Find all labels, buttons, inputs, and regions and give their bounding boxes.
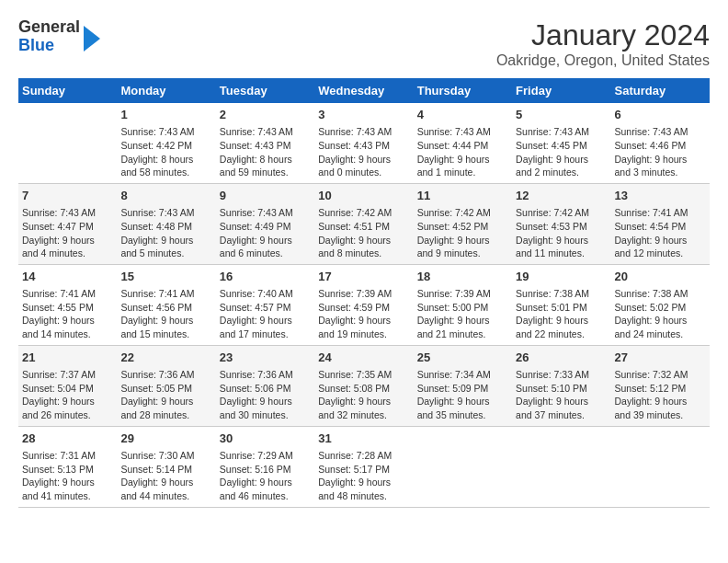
calendar-week-row: 1Sunrise: 7:43 AMSunset: 4:42 PMDaylight… bbox=[18, 103, 710, 183]
weekday-header: Saturday bbox=[611, 78, 710, 103]
weekday-header: Sunday bbox=[18, 78, 117, 103]
day-info: Sunrise: 7:43 AMSunset: 4:45 PMDaylight:… bbox=[516, 125, 607, 179]
title-block: January 2024 Oakridge, Oregon, United St… bbox=[496, 18, 710, 69]
day-number: 14 bbox=[22, 269, 113, 285]
day-number: 1 bbox=[120, 107, 211, 123]
day-number: 6 bbox=[615, 107, 706, 123]
day-number: 28 bbox=[22, 431, 113, 447]
day-info: Sunrise: 7:42 AMSunset: 4:53 PMDaylight:… bbox=[516, 206, 607, 260]
day-number: 2 bbox=[220, 107, 311, 123]
day-number: 3 bbox=[318, 107, 409, 123]
calendar-cell: 31Sunrise: 7:28 AMSunset: 5:17 PMDayligh… bbox=[314, 426, 413, 507]
calendar-cell: 20Sunrise: 7:38 AMSunset: 5:02 PMDayligh… bbox=[611, 264, 710, 345]
weekday-header: Wednesday bbox=[314, 78, 413, 103]
day-info: Sunrise: 7:43 AMSunset: 4:48 PMDaylight:… bbox=[120, 206, 211, 260]
calendar-cell: 8Sunrise: 7:43 AMSunset: 4:48 PMDaylight… bbox=[117, 183, 215, 264]
logo-blue: Blue bbox=[18, 37, 80, 55]
calendar-cell: 24Sunrise: 7:35 AMSunset: 5:08 PMDayligh… bbox=[314, 345, 413, 426]
day-number: 9 bbox=[220, 188, 311, 204]
day-info: Sunrise: 7:42 AMSunset: 4:51 PMDaylight:… bbox=[318, 206, 409, 260]
weekday-header: Monday bbox=[117, 78, 215, 103]
day-info: Sunrise: 7:41 AMSunset: 4:54 PMDaylight:… bbox=[615, 206, 706, 260]
day-info: Sunrise: 7:43 AMSunset: 4:43 PMDaylight:… bbox=[220, 125, 311, 179]
day-number: 12 bbox=[516, 188, 607, 204]
calendar-cell: 22Sunrise: 7:36 AMSunset: 5:05 PMDayligh… bbox=[117, 345, 215, 426]
page-header: General Blue January 2024 Oakridge, Oreg… bbox=[18, 18, 710, 69]
day-info: Sunrise: 7:33 AMSunset: 5:10 PMDaylight:… bbox=[516, 368, 607, 422]
day-info: Sunrise: 7:43 AMSunset: 4:43 PMDaylight:… bbox=[318, 125, 409, 179]
day-number: 13 bbox=[615, 188, 706, 204]
calendar-header-row: SundayMondayTuesdayWednesdayThursdayFrid… bbox=[18, 78, 710, 103]
calendar-cell: 25Sunrise: 7:34 AMSunset: 5:09 PMDayligh… bbox=[414, 345, 512, 426]
day-number: 18 bbox=[417, 269, 508, 285]
day-info: Sunrise: 7:43 AMSunset: 4:49 PMDaylight:… bbox=[220, 206, 311, 260]
day-info: Sunrise: 7:42 AMSunset: 4:52 PMDaylight:… bbox=[417, 206, 508, 260]
calendar-cell: 3Sunrise: 7:43 AMSunset: 4:43 PMDaylight… bbox=[314, 103, 413, 183]
calendar-cell: 23Sunrise: 7:36 AMSunset: 5:06 PMDayligh… bbox=[216, 345, 314, 426]
calendar-cell: 11Sunrise: 7:42 AMSunset: 4:52 PMDayligh… bbox=[414, 183, 512, 264]
day-info: Sunrise: 7:35 AMSunset: 5:08 PMDaylight:… bbox=[318, 368, 409, 422]
day-info: Sunrise: 7:36 AMSunset: 5:05 PMDaylight:… bbox=[120, 368, 211, 422]
calendar-title: January 2024 bbox=[496, 18, 710, 52]
day-number: 10 bbox=[318, 188, 409, 204]
calendar-cell bbox=[414, 426, 512, 507]
calendar-cell: 17Sunrise: 7:39 AMSunset: 4:59 PMDayligh… bbox=[314, 264, 413, 345]
calendar-week-row: 28Sunrise: 7:31 AMSunset: 5:13 PMDayligh… bbox=[18, 426, 710, 507]
calendar-table: SundayMondayTuesdayWednesdayThursdayFrid… bbox=[18, 78, 710, 508]
day-info: Sunrise: 7:29 AMSunset: 5:16 PMDaylight:… bbox=[220, 449, 311, 503]
day-number: 21 bbox=[22, 350, 113, 366]
calendar-cell: 26Sunrise: 7:33 AMSunset: 5:10 PMDayligh… bbox=[512, 345, 610, 426]
calendar-cell: 29Sunrise: 7:30 AMSunset: 5:14 PMDayligh… bbox=[117, 426, 215, 507]
day-number: 26 bbox=[516, 350, 607, 366]
calendar-cell bbox=[18, 103, 117, 183]
day-info: Sunrise: 7:34 AMSunset: 5:09 PMDaylight:… bbox=[417, 368, 508, 422]
calendar-cell: 2Sunrise: 7:43 AMSunset: 4:43 PMDaylight… bbox=[216, 103, 314, 183]
day-number: 16 bbox=[220, 269, 311, 285]
day-info: Sunrise: 7:37 AMSunset: 5:04 PMDaylight:… bbox=[22, 368, 113, 422]
calendar-cell bbox=[512, 426, 610, 507]
day-number: 5 bbox=[516, 107, 607, 123]
day-number: 19 bbox=[516, 269, 607, 285]
calendar-cell: 16Sunrise: 7:40 AMSunset: 4:57 PMDayligh… bbox=[216, 264, 314, 345]
calendar-cell: 6Sunrise: 7:43 AMSunset: 4:46 PMDaylight… bbox=[611, 103, 710, 183]
logo-general: General bbox=[18, 18, 80, 37]
day-number: 8 bbox=[120, 188, 211, 204]
calendar-week-row: 14Sunrise: 7:41 AMSunset: 4:55 PMDayligh… bbox=[18, 264, 710, 345]
day-info: Sunrise: 7:43 AMSunset: 4:46 PMDaylight:… bbox=[615, 125, 706, 179]
day-info: Sunrise: 7:41 AMSunset: 4:55 PMDaylight:… bbox=[22, 287, 113, 341]
calendar-cell: 7Sunrise: 7:43 AMSunset: 4:47 PMDaylight… bbox=[18, 183, 117, 264]
calendar-cell: 27Sunrise: 7:32 AMSunset: 5:12 PMDayligh… bbox=[611, 345, 710, 426]
day-number: 23 bbox=[220, 350, 311, 366]
day-info: Sunrise: 7:43 AMSunset: 4:44 PMDaylight:… bbox=[417, 125, 508, 179]
day-number: 17 bbox=[318, 269, 409, 285]
day-number: 24 bbox=[318, 350, 409, 366]
calendar-cell: 18Sunrise: 7:39 AMSunset: 5:00 PMDayligh… bbox=[414, 264, 512, 345]
day-info: Sunrise: 7:39 AMSunset: 5:00 PMDaylight:… bbox=[417, 287, 508, 341]
calendar-cell: 13Sunrise: 7:41 AMSunset: 4:54 PMDayligh… bbox=[611, 183, 710, 264]
calendar-cell: 30Sunrise: 7:29 AMSunset: 5:16 PMDayligh… bbox=[216, 426, 314, 507]
logo: General Blue bbox=[18, 18, 100, 55]
calendar-cell: 15Sunrise: 7:41 AMSunset: 4:56 PMDayligh… bbox=[117, 264, 215, 345]
day-number: 15 bbox=[120, 269, 211, 285]
calendar-cell: 1Sunrise: 7:43 AMSunset: 4:42 PMDaylight… bbox=[117, 103, 215, 183]
calendar-cell: 14Sunrise: 7:41 AMSunset: 4:55 PMDayligh… bbox=[18, 264, 117, 345]
day-number: 20 bbox=[615, 269, 706, 285]
day-number: 30 bbox=[220, 431, 311, 447]
day-info: Sunrise: 7:30 AMSunset: 5:14 PMDaylight:… bbox=[120, 449, 211, 503]
calendar-subtitle: Oakridge, Oregon, United States bbox=[496, 52, 710, 69]
day-info: Sunrise: 7:43 AMSunset: 4:47 PMDaylight:… bbox=[22, 206, 113, 260]
weekday-header: Tuesday bbox=[216, 78, 314, 103]
calendar-cell: 12Sunrise: 7:42 AMSunset: 4:53 PMDayligh… bbox=[512, 183, 610, 264]
calendar-cell: 10Sunrise: 7:42 AMSunset: 4:51 PMDayligh… bbox=[314, 183, 413, 264]
day-number: 22 bbox=[120, 350, 211, 366]
calendar-cell: 19Sunrise: 7:38 AMSunset: 5:01 PMDayligh… bbox=[512, 264, 610, 345]
day-info: Sunrise: 7:38 AMSunset: 5:01 PMDaylight:… bbox=[516, 287, 607, 341]
day-info: Sunrise: 7:32 AMSunset: 5:12 PMDaylight:… bbox=[615, 368, 706, 422]
weekday-header: Friday bbox=[512, 78, 610, 103]
calendar-cell: 28Sunrise: 7:31 AMSunset: 5:13 PMDayligh… bbox=[18, 426, 117, 507]
calendar-cell: 5Sunrise: 7:43 AMSunset: 4:45 PMDaylight… bbox=[512, 103, 610, 183]
day-info: Sunrise: 7:38 AMSunset: 5:02 PMDaylight:… bbox=[615, 287, 706, 341]
day-info: Sunrise: 7:41 AMSunset: 4:56 PMDaylight:… bbox=[120, 287, 211, 341]
day-number: 7 bbox=[22, 188, 113, 204]
day-info: Sunrise: 7:31 AMSunset: 5:13 PMDaylight:… bbox=[22, 449, 113, 503]
